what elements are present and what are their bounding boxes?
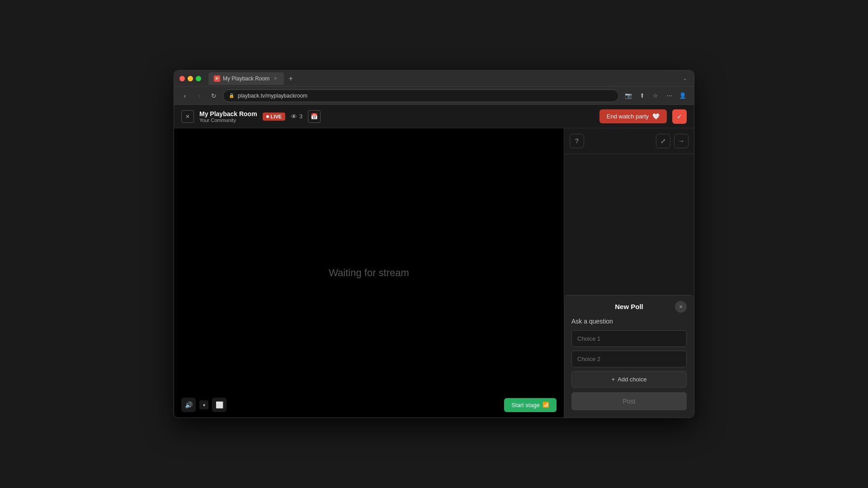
minimize-traffic-light[interactable] [188, 76, 193, 81]
viewer-count: 👁 3 [291, 113, 302, 120]
live-label: LIVE [271, 114, 282, 119]
extensions-button[interactable]: ⋯ [663, 90, 675, 102]
poll-header: New Poll × [571, 303, 687, 310]
refresh-button[interactable]: ↻ [208, 90, 219, 101]
browser-window: P My Playback Room × + ⌄ ‹ › ↻ 🔒 playbac… [174, 70, 694, 418]
help-icon: ? [575, 137, 579, 145]
viewer-icon: 👁 [291, 113, 297, 120]
traffic-lights [179, 76, 201, 81]
calendar-button[interactable]: 📅 [308, 110, 321, 123]
close-traffic-light[interactable] [179, 76, 185, 81]
address-bar[interactable]: 🔒 playback.tv/myplaybackroom [223, 89, 619, 102]
tab-close-button[interactable]: × [272, 75, 278, 82]
url-text: playback.tv/myplaybackroom [238, 93, 307, 99]
start-stage-label: Start stage [511, 402, 540, 408]
check-button[interactable]: ✓ [672, 109, 687, 124]
share-button[interactable]: ⬆ [636, 90, 648, 102]
end-party-label: End watch party [607, 113, 649, 120]
choice1-input[interactable] [571, 330, 687, 347]
external-icon: ⤢ [660, 137, 666, 145]
active-tab[interactable]: P My Playback Room × [208, 72, 284, 85]
nav-actions: 📷 ⬆ ☆ ⋯ 👤 [623, 90, 689, 102]
arrow-right-icon: → [678, 137, 684, 145]
room-info: My Playback Room Your Community [199, 110, 257, 123]
main-content: Waiting for stream 🔊 ▾ ⬜ Start stage 📶 [174, 128, 694, 418]
sidebar-header: ? ⤢ → [564, 128, 694, 154]
profile-button[interactable]: 👤 [677, 90, 689, 102]
wifi-icon: 📶 [542, 402, 549, 408]
volume-icon: 🔊 [185, 401, 193, 408]
bookmark-button[interactable]: ☆ [650, 90, 661, 102]
window-controls: ⌄ [681, 75, 689, 82]
post-label: Post [623, 398, 635, 405]
close-icon: × [679, 303, 683, 310]
volume-chevron-button[interactable]: ▾ [199, 400, 208, 409]
header-close-button[interactable]: ✕ [181, 110, 194, 123]
video-controls: 🔊 ▾ ⬜ Start stage 📶 [174, 392, 564, 418]
screen-icon: ⬜ [216, 401, 223, 408]
app-header: ✕ My Playback Room Your Community LIVE 👁… [174, 105, 694, 128]
room-name: My Playback Room [199, 110, 257, 117]
add-choice-label: Add choice [618, 376, 646, 383]
room-community: Your Community [199, 117, 257, 123]
check-icon: ✓ [677, 113, 682, 120]
nav-bar: ‹ › ↻ 🔒 playback.tv/myplaybackroom 📷 ⬆ ☆… [174, 87, 694, 105]
plus-icon: + [612, 376, 615, 383]
choice2-input[interactable] [571, 351, 687, 367]
volume-button[interactable]: 🔊 [181, 398, 196, 412]
screen-button[interactable]: ⬜ [212, 398, 226, 412]
end-party-button[interactable]: End watch party 🤍 [599, 109, 667, 123]
new-tab-button[interactable]: + [286, 74, 295, 84]
window-collapse-icon: ⌄ [681, 75, 689, 82]
tab-title: My Playback Room [223, 75, 269, 82]
sidebar: ? ⤢ → New Poll × Ask a question [564, 128, 694, 418]
waiting-text: Waiting for stream [329, 267, 409, 279]
poll-close-button[interactable]: × [675, 301, 687, 313]
viewer-count-number: 3 [299, 113, 302, 120]
live-dot [266, 115, 269, 118]
video-area: Waiting for stream 🔊 ▾ ⬜ Start stage 📶 [174, 128, 564, 418]
back-button[interactable]: ‹ [179, 90, 190, 101]
new-poll-panel: New Poll × Ask a question + Add choice P… [564, 295, 694, 418]
screenshot-button[interactable]: 📷 [623, 90, 634, 102]
chevron-down-icon: ▾ [203, 403, 205, 408]
lock-icon: 🔒 [229, 93, 234, 98]
start-stage-button[interactable]: Start stage 📶 [504, 398, 557, 412]
external-link-button[interactable]: ⤢ [656, 134, 670, 148]
poll-title: New Poll [615, 303, 643, 310]
help-button[interactable]: ? [570, 134, 584, 148]
post-button[interactable]: Post [571, 392, 687, 410]
forward-button[interactable]: › [194, 90, 205, 101]
maximize-traffic-light[interactable] [196, 76, 201, 81]
tab-favicon: P [214, 75, 220, 82]
arrow-button[interactable]: → [674, 134, 689, 148]
heart-icon: 🤍 [652, 113, 660, 120]
title-bar: P My Playback Room × + ⌄ [174, 70, 694, 87]
ask-question-label: Ask a question [571, 318, 687, 325]
tab-bar: P My Playback Room × + [208, 72, 678, 85]
live-badge: LIVE [263, 113, 285, 121]
close-icon: ✕ [185, 113, 190, 120]
add-choice-button[interactable]: + Add choice [571, 371, 687, 388]
